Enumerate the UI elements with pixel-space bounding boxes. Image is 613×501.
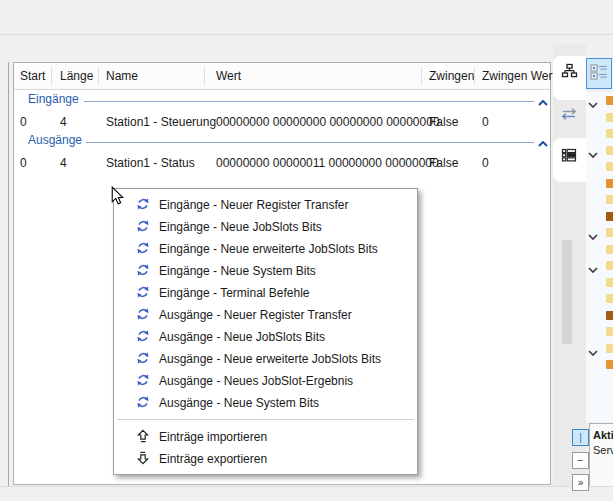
menu-item-label: Eingänge - Neue System Bits [159,264,316,278]
menu-item-label: Ausgänge - Neue JobSlots Bits [159,330,325,344]
group-row-eingaenge[interactable]: Eingänge [14,89,550,109]
menu-item[interactable]: Eingänge - Neue System Bits [114,260,417,282]
status-title: Akti [593,429,613,441]
menu-item[interactable]: Eingänge - Neue erweiterte JobSlots Bits [114,238,417,260]
menu-item[interactable]: Ausgänge - Neues JobSlot-Ergebnis [114,370,417,392]
list-item[interactable] [586,323,613,340]
clipped-item-fragment [606,245,613,254]
column-header-zwingen-wert[interactable]: Zwingen Wert [482,69,556,83]
status-box: Akti Serv [589,423,613,486]
clipped-item-fragment [606,261,613,270]
cell-name: Station1 - Steuerung [106,115,216,129]
expand-tree-icon [590,64,608,83]
column-header-name[interactable]: Name [106,69,138,83]
list-item[interactable] [586,224,613,241]
clipped-item-fragment [606,327,613,336]
group-label: Ausgänge [28,133,82,147]
column-header-start[interactable]: Start [20,69,45,83]
column-separator [98,67,99,85]
list-item[interactable] [586,307,613,324]
column-separator [421,67,422,85]
menu-item-label: Ausgänge - Neues JobSlot-Ergebnis [159,374,353,388]
clipped-item-fragment [606,311,613,320]
column-header-wert[interactable]: Wert [216,69,241,83]
pipe-icon: | [579,433,582,443]
menu-item[interactable]: Ausgänge - Neue System Bits [114,392,417,414]
mouse-cursor-icon [111,186,124,208]
menu-item[interactable]: Eingänge - Neuer Register Transfer [114,194,417,216]
menu-item-label: Einträge exportieren [159,452,267,466]
cell-zwingen: False [429,156,458,170]
list-item[interactable] [586,158,613,175]
list-item[interactable] [586,92,613,109]
menu-item[interactable]: Ausgänge - Neue erweiterte JobSlots Bits [114,348,417,370]
menu-item[interactable]: Ausgänge - Neuer Register Transfer [114,304,417,326]
cell-zwingen-wert: 0 [482,156,489,170]
app-window: Start Länge Name Wert Zwingen Zwingen We… [0,0,613,501]
group-rule-line [86,142,534,143]
menu-item[interactable]: Eingänge - Neue JobSlots Bits [114,216,417,238]
cell-laenge: 4 [60,156,67,170]
list-item[interactable] [586,109,613,126]
collapse-chevron-up-icon[interactable] [538,95,548,109]
expand-all-button[interactable] [586,58,612,89]
menu-item-label: Eingänge - Neue JobSlots Bits [159,220,322,234]
table-row[interactable]: 0 4 Station1 - Steuerung 00000000 000000… [14,109,550,130]
strip-scrollbar-thumb[interactable] [562,240,572,344]
clipped-item-fragment [606,294,613,303]
clipped-item-fragment [606,179,613,188]
cell-start: 0 [20,156,27,170]
left-pane-edge [8,62,9,486]
minus-icon: − [578,456,584,466]
swap-arrows-icon[interactable] [560,107,578,124]
expand-panel-button[interactable]: » [572,474,589,491]
group-row-ausgaenge[interactable]: Ausgänge [14,130,550,150]
cell-wert: 00000000 00000011 00000000 00000000 [216,156,439,170]
sync-icon [136,263,150,280]
menu-item-label: Einträge importieren [159,430,267,444]
group-label: Eingänge [28,92,79,106]
list-item[interactable] [586,125,613,142]
sync-icon [136,219,150,236]
list-item[interactable] [586,142,613,159]
list-item[interactable] [586,191,613,208]
cell-start: 0 [20,115,27,129]
pin-button[interactable]: | [572,429,589,446]
sync-icon [136,373,150,390]
import-arrow-up-icon [136,429,150,446]
menu-item-label: Eingänge - Neuer Register Transfer [159,198,348,212]
collapse-chevron-up-icon[interactable] [538,136,548,150]
double-chevron-right-icon: » [578,478,584,488]
list-rows-icon[interactable] [561,148,577,165]
menu-item-export[interactable]: Einträge exportieren [114,448,417,470]
group-rule-line [84,101,534,102]
list-item[interactable] [586,356,613,373]
clipped-item-fragment [606,146,613,155]
list-item[interactable] [586,241,613,258]
menu-item[interactable]: Eingänge - Terminal Befehle [114,282,417,304]
sync-icon [136,395,150,412]
list-item[interactable] [586,340,613,357]
list-item[interactable] [586,274,613,291]
menu-item-label: Ausgänge - Neue System Bits [159,396,319,410]
list-item[interactable] [586,257,613,274]
column-separator [474,67,475,85]
clipped-item-fragment [606,228,613,237]
list-item[interactable] [586,290,613,307]
list-item[interactable] [586,175,613,192]
context-menu: Eingänge - Neuer Register Transfer Eingä… [113,188,418,475]
grid-header-row: Start Länge Name Wert Zwingen Zwingen We… [14,63,550,90]
menu-item[interactable]: Ausgänge - Neue JobSlots Bits [114,326,417,348]
column-header-laenge[interactable]: Länge [60,69,93,83]
cell-name: Station1 - Status [106,156,195,170]
list-item[interactable] [586,208,613,225]
table-row[interactable]: 0 4 Station1 - Status 00000000 00000011 … [14,150,550,171]
hierarchy-icon[interactable] [561,63,578,81]
clipped-item-fragment [606,129,613,138]
status-subtitle: Serv [593,444,613,456]
menu-item-import[interactable]: Einträge importieren [114,426,417,448]
minimize-button[interactable]: − [572,452,589,469]
column-header-zwingen[interactable]: Zwingen [429,69,474,83]
clipped-item-fragment [606,344,613,353]
clipped-item-fragment [606,212,613,221]
